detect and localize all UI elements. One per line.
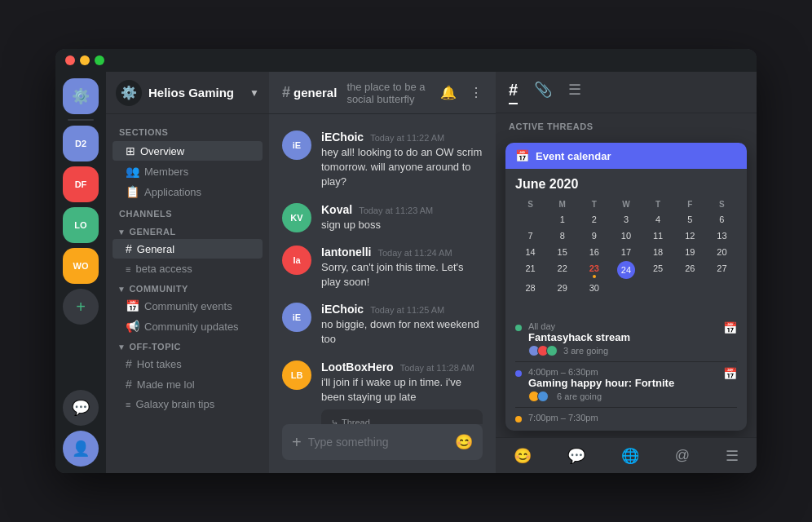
bell-icon[interactable]: 🔔 <box>440 85 457 100</box>
channel-group-offtopic[interactable]: ▼ Off-topic <box>109 337 266 353</box>
messages-area: iE iEChoic Today at 11:22 AM hey all! lo… <box>269 114 496 424</box>
channel-group-community[interactable]: ▼ Community <box>109 279 266 295</box>
event-2[interactable]: 4:00pm – 6:30pm Gaming happy hour: Fortn… <box>515 362 737 408</box>
message-content-3: Iantonelli Today at 11:24 AM Sorry, can'… <box>321 246 483 290</box>
cal-day-8[interactable]: 8 <box>547 228 577 243</box>
group-community-label: Community <box>129 284 188 294</box>
channel-hot-takes[interactable]: # Hot takes <box>113 354 263 374</box>
channel-community-events-label: Community events <box>144 300 256 312</box>
cal-day-5[interactable]: 5 <box>675 212 705 227</box>
cal-day-e5 <box>707 281 737 295</box>
channel-community-events[interactable]: 📅 Community events <box>113 296 263 316</box>
cal-day-3[interactable]: 3 <box>611 212 641 227</box>
event-3[interactable]: 7:00pm – 7:30pm <box>515 408 737 427</box>
nav-overview[interactable]: ⊞ Overview <box>113 141 263 161</box>
cal-day-4[interactable]: 4 <box>643 212 673 227</box>
event-1[interactable]: All day Fantasyhack stream 3 are going <box>515 316 737 362</box>
tab-pinned[interactable]: ☰ <box>568 81 581 104</box>
made-me-lol-icon: # <box>126 378 132 391</box>
cal-day-6[interactable]: 6 <box>707 212 737 227</box>
message-header-1: iEChoic Today at 11:22 AM <box>321 130 483 144</box>
channel-general[interactable]: # General <box>113 239 263 259</box>
cal-day-23[interactable]: 23 <box>579 261 609 279</box>
rp-chat-icon[interactable]: 💬 <box>567 447 585 465</box>
cal-day-25[interactable]: 25 <box>643 261 673 279</box>
message-time-4: Today at 11:25 AM <box>370 305 444 315</box>
message-time-2: Today at 11:23 AM <box>359 206 433 215</box>
cal-day-15[interactable]: 15 <box>547 245 577 259</box>
attach-button[interactable]: + <box>292 433 302 452</box>
server-icon-df[interactable]: DF <box>63 166 99 202</box>
cal-day-19[interactable]: 19 <box>675 245 705 259</box>
server-header-arrow-icon: ▼ <box>249 87 259 99</box>
cal-day-16[interactable]: 16 <box>579 245 609 259</box>
cal-day-11[interactable]: 11 <box>643 228 673 243</box>
cal-day-28[interactable]: 28 <box>515 281 545 295</box>
tab-threads[interactable]: # <box>509 81 518 104</box>
server-icon-helios[interactable]: ⚙️ <box>63 78 99 114</box>
channel-made-me-lol[interactable]: # Made me lol <box>113 374 263 394</box>
event-dot-1 <box>515 325 522 331</box>
nav-members[interactable]: 👥 Members <box>113 161 263 181</box>
hash-icon: # <box>282 84 290 101</box>
emoji-button[interactable]: 😊 <box>455 433 473 451</box>
close-button[interactable] <box>65 55 75 65</box>
nav-applications[interactable]: 📋 Applications <box>113 182 263 201</box>
cal-day-21[interactable]: 21 <box>515 261 545 279</box>
rp-globe-icon[interactable]: 🌐 <box>621 447 639 465</box>
cal-day-7[interactable]: 7 <box>515 228 545 243</box>
message-input[interactable] <box>308 436 455 449</box>
message-author-2: Koval <box>321 203 352 216</box>
ev2-av2 <box>537 391 549 402</box>
cal-day-29[interactable]: 29 <box>547 281 577 295</box>
cal-day-26[interactable]: 26 <box>675 261 705 279</box>
collapse-general-icon: ▼ <box>117 228 126 237</box>
tab-attachments[interactable]: 📎 <box>534 81 552 104</box>
event-time-1: All day <box>528 321 717 331</box>
channel-group-general[interactable]: ▼ General <box>109 222 266 238</box>
event-dot-3 <box>515 416 522 422</box>
calendar-body: June 2020 S M T W T F S 1 2 3 4 <box>505 169 747 310</box>
cal-day-2[interactable]: 2 <box>579 212 609 227</box>
user-avatar[interactable]: 👤 <box>63 431 99 467</box>
event-dot-2 <box>515 370 522 377</box>
cal-day-13[interactable]: 13 <box>707 228 737 243</box>
channel-galaxy-brain[interactable]: ≡ Galaxy brain tips <box>113 395 263 414</box>
server-icon-wo[interactable]: WO <box>63 248 99 284</box>
channel-beta-access[interactable]: ≡ beta access <box>113 259 263 278</box>
dm-icon[interactable]: 💬 <box>63 390 99 426</box>
cal-header-f: F <box>675 198 705 210</box>
cal-day-14[interactable]: 14 <box>515 245 545 259</box>
add-server-button[interactable]: + <box>63 289 99 325</box>
rp-menu-icon[interactable]: ☰ <box>726 447 739 465</box>
server-icon-lo[interactable]: LO <box>63 207 99 243</box>
cal-day-27[interactable]: 27 <box>707 261 737 279</box>
channel-community-updates[interactable]: 📢 Community updates <box>113 316 263 336</box>
cal-day-1[interactable]: 1 <box>547 212 577 227</box>
more-options-icon[interactable]: ⋮ <box>470 85 483 100</box>
cal-day-22[interactable]: 22 <box>547 261 577 279</box>
server-header[interactable]: ⚙️ Helios Gaming ▼ <box>106 72 269 114</box>
cal-header-w: W <box>611 198 641 210</box>
rp-mention-icon[interactable]: @ <box>675 447 690 464</box>
cal-day-10[interactable]: 10 <box>611 228 641 243</box>
cal-day-20[interactable]: 20 <box>707 245 737 259</box>
rp-emoji-icon[interactable]: 😊 <box>514 447 532 465</box>
message-header-4: iEChoic Today at 11:25 AM <box>321 303 483 316</box>
minimize-button[interactable] <box>80 55 90 65</box>
events-channel-icon: 📅 <box>126 299 139 312</box>
calendar-header: 📅 Event calendar <box>505 143 747 169</box>
cal-header-s2: S <box>707 198 737 210</box>
cal-day-30[interactable]: 30 <box>579 281 609 295</box>
text-channel-icon: # <box>126 242 132 255</box>
cal-day-18[interactable]: 18 <box>643 245 673 259</box>
cal-day-12[interactable]: 12 <box>675 228 705 243</box>
cal-day-24[interactable]: 24 <box>617 261 635 279</box>
event-attendees-2: 6 are going <box>528 391 717 402</box>
cal-day-9[interactable]: 9 <box>579 228 609 243</box>
cal-day-17[interactable]: 17 <box>611 245 641 259</box>
message-group-4: iE iEChoic Today at 11:25 AM no biggie, … <box>282 299 483 350</box>
maximize-button[interactable] <box>95 55 104 65</box>
server-icon-d2[interactable]: D2 <box>63 126 99 161</box>
avatar-iantonelli: Ia <box>282 246 311 275</box>
